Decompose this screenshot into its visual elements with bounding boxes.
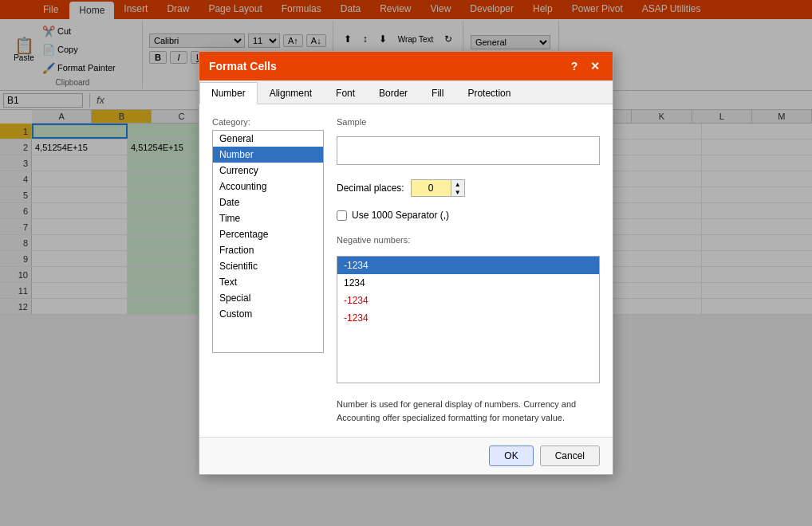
separator-checkbox[interactable]	[337, 210, 347, 221]
tab-number[interactable]: Number	[199, 82, 258, 104]
dialog-header: Format Cells ? ✕	[199, 52, 613, 80]
decimal-spin-down[interactable]: ▼	[451, 188, 464, 196]
cat-time[interactable]: Time	[213, 210, 323, 226]
decimal-input[interactable]	[412, 180, 451, 196]
tab-border[interactable]: Border	[367, 82, 420, 104]
separator-row: Use 1000 Separator (,)	[337, 210, 600, 221]
cat-text[interactable]: Text	[213, 274, 323, 290]
cat-scientific[interactable]: Scientific	[213, 258, 323, 274]
decimal-label: Decimal places:	[337, 183, 404, 194]
decimal-input-wrap: ▲ ▼	[411, 179, 465, 197]
cat-fraction[interactable]: Fraction	[213, 242, 323, 258]
separator-label: Use 1000 Separator (,)	[352, 210, 449, 221]
category-label: Category:	[212, 117, 324, 127]
dialog-header-buttons: ? ✕	[566, 58, 603, 74]
sample-label: Sample	[337, 117, 600, 127]
cat-percentage[interactable]: Percentage	[213, 226, 323, 242]
format-cells-dialog: Format Cells ? ✕ Number Alignment Font B…	[199, 51, 613, 475]
cat-date[interactable]: Date	[213, 194, 323, 210]
neg-numbers-label: Negative numbers:	[337, 235, 600, 245]
decimal-spin-up[interactable]: ▲	[451, 180, 464, 188]
cat-general[interactable]: General	[213, 131, 323, 147]
modal-overlay: Format Cells ? ✕ Number Alignment Font B…	[0, 0, 812, 526]
cat-accounting[interactable]: Accounting	[213, 179, 323, 194]
decimal-spin: ▲ ▼	[451, 180, 464, 196]
sample-box	[337, 136, 600, 165]
neg-item-1[interactable]: 1234	[337, 274, 599, 292]
neg-item-0[interactable]: -1234	[337, 257, 599, 274]
description-text: Number is used for general display of nu…	[337, 398, 600, 424]
tab-protection[interactable]: Protection	[455, 82, 522, 104]
dialog-help-button[interactable]: ?	[566, 58, 582, 74]
cancel-button[interactable]: Cancel	[540, 446, 600, 466]
tab-fill[interactable]: Fill	[420, 82, 455, 104]
options-section: Sample Decimal places: ▲ ▼	[337, 117, 600, 424]
cat-custom[interactable]: Custom	[213, 306, 323, 322]
dialog-close-button[interactable]: ✕	[587, 58, 603, 74]
decimal-row: Decimal places: ▲ ▼	[337, 179, 600, 197]
tab-alignment[interactable]: Alignment	[258, 82, 324, 104]
category-list[interactable]: General Number Currency Accounting Date …	[212, 130, 324, 353]
neg-item-3[interactable]: -1234	[337, 309, 599, 327]
dialog-body: Category: General Number Currency Accoun…	[199, 104, 613, 437]
cat-number[interactable]: Number	[213, 147, 323, 163]
dialog-footer: OK Cancel	[199, 437, 613, 474]
dialog-main-row: Category: General Number Currency Accoun…	[212, 117, 600, 424]
negative-numbers-list[interactable]: -1234 1234 -1234 -1234	[337, 256, 600, 383]
neg-item-2[interactable]: -1234	[337, 292, 599, 309]
category-section: Category: General Number Currency Accoun…	[212, 117, 324, 424]
dialog-title: Format Cells	[209, 60, 277, 73]
tab-font[interactable]: Font	[324, 82, 367, 104]
dialog-tabs: Number Alignment Font Border Fill Protec…	[199, 80, 613, 104]
ok-button[interactable]: OK	[489, 446, 533, 466]
cat-currency[interactable]: Currency	[213, 163, 323, 179]
cat-special[interactable]: Special	[213, 290, 323, 306]
